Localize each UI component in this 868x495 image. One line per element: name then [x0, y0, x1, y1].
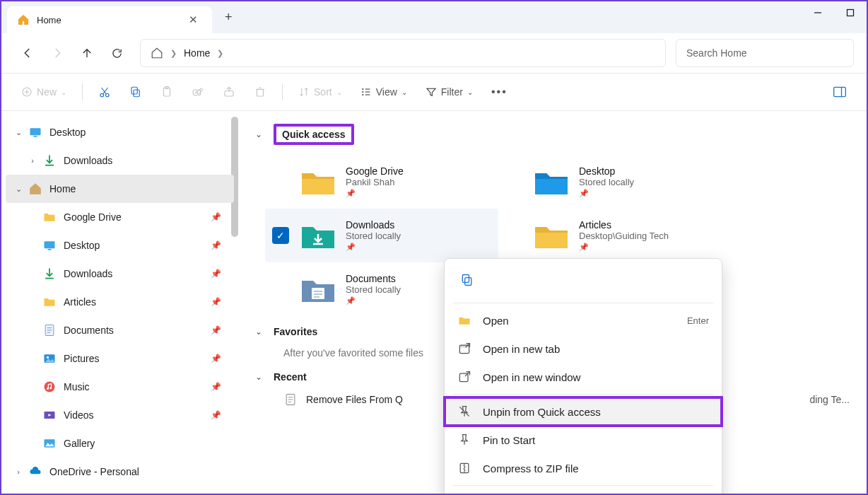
ctx-item-label: Open in new window: [483, 371, 580, 383]
context-menu: OpenEnterOpen in new tabOpen in new wind…: [444, 258, 722, 495]
sidebar-item-desktop[interactable]: Desktop📌: [1, 231, 238, 260]
sidebar-item-pictures[interactable]: Pictures📌: [1, 344, 238, 373]
pin-icon: 📌: [579, 189, 634, 198]
forward-button[interactable]: [44, 40, 71, 66]
quick-access-header[interactable]: ⌄ Quick access: [255, 124, 850, 145]
new-button[interactable]: New ⌄: [14, 79, 74, 105]
tab-close-icon[interactable]: ✕: [184, 12, 202, 28]
maximize-button[interactable]: [834, 1, 867, 24]
sidebar-item-label: Desktop: [49, 127, 86, 138]
music-icon: [42, 380, 57, 394]
separator: [82, 83, 83, 100]
separator: [453, 394, 713, 395]
folder-icon: [532, 166, 570, 197]
sidebar-item-home[interactable]: ⌄Home: [6, 175, 234, 203]
breadcrumb-segment[interactable]: Home: [184, 47, 210, 59]
svg-rect-1: [848, 10, 854, 16]
sidebar-item-label: Articles: [64, 296, 96, 308]
folder-icon: [532, 220, 570, 251]
svg-point-26: [47, 356, 49, 359]
sidebar-item-label: Google Drive: [64, 211, 122, 223]
ctx-copy-as-path[interactable]: Copy as pathCtrl+Shift+C: [445, 489, 722, 495]
sidebar-item-downloads[interactable]: ›Downloads: [1, 146, 238, 175]
view-button[interactable]: View⌄: [353, 79, 414, 105]
open-icon: [457, 313, 471, 327]
quick-access-desktop[interactable]: DesktopStored locally📌: [498, 155, 732, 209]
folder-icon: [299, 166, 337, 197]
up-button[interactable]: [74, 40, 100, 66]
quick-access-downloads[interactable]: ✓DownloadsStored locally📌: [265, 209, 498, 262]
home-breadcrumb-icon: [151, 47, 163, 59]
refresh-button[interactable]: [103, 40, 130, 66]
minimize-button[interactable]: [802, 1, 834, 24]
details-pane-button[interactable]: [826, 79, 854, 105]
sidebar-item-downloads[interactable]: Downloads📌: [1, 260, 238, 288]
sidebar-item-gallery[interactable]: Gallery: [1, 429, 238, 458]
zip-icon: [457, 461, 471, 475]
chevron-down-icon: ⌄: [255, 372, 265, 382]
ctx-compress-to-zip-file[interactable]: Compress to ZIP file: [445, 454, 722, 482]
rename-button[interactable]: A: [184, 79, 211, 105]
newwin-icon: [457, 370, 471, 384]
item-name: Google Drive: [346, 165, 404, 177]
chevron-right-icon[interactable]: ❯: [170, 49, 177, 58]
search-input[interactable]: Search Home: [676, 39, 854, 67]
item-location: Desktop\Guiding Tech: [579, 231, 669, 241]
ctx-pin-to-start[interactable]: Pin to Start: [445, 426, 722, 454]
address-bar[interactable]: ❯ Home ❯: [140, 39, 666, 67]
ctx-item-label: Unpin from Quick access: [483, 406, 601, 418]
chevron-down-icon: ⌄: [61, 88, 66, 96]
item-location: Pankil Shah: [346, 177, 404, 187]
svg-rect-21: [45, 241, 55, 248]
back-button[interactable]: [14, 40, 41, 66]
delete-button[interactable]: [247, 79, 274, 105]
sidebar-item-label: Gallery: [64, 438, 95, 449]
svg-rect-18: [30, 128, 41, 135]
checkbox-checked-icon[interactable]: ✓: [272, 227, 289, 244]
sidebar-item-desktop[interactable]: ⌄Desktop: [1, 118, 238, 146]
ctx-open-in-new-tab[interactable]: Open in new tab: [445, 334, 722, 363]
sort-button[interactable]: Sort⌄: [291, 79, 349, 105]
folder-icon: [299, 220, 337, 251]
item-location: Stored locally: [346, 231, 401, 241]
sidebar-item-music[interactable]: Music📌: [1, 373, 238, 401]
sidebar-item-documents[interactable]: Documents📌: [1, 316, 238, 344]
svg-rect-37: [465, 278, 471, 286]
onedrive-icon: [28, 465, 42, 479]
svg-rect-19: [34, 136, 37, 137]
more-button[interactable]: •••: [484, 79, 515, 105]
chevron-right-icon[interactable]: ❯: [217, 49, 223, 58]
quick-access-articles[interactable]: ArticlesDesktop\Guiding Tech📌: [498, 209, 732, 262]
sidebar-item-label: Videos: [64, 409, 94, 421]
window-controls: [802, 1, 867, 24]
filter-button[interactable]: Filter⌄: [418, 79, 480, 105]
pin-icon: 📌: [211, 212, 221, 222]
sidebar-item-articles[interactable]: Articles📌: [1, 288, 238, 316]
paste-button[interactable]: [153, 79, 180, 105]
svg-point-14: [362, 91, 363, 93]
recent-title: Recent: [274, 371, 307, 383]
sidebar-item-onedrive-personal[interactable]: ›OneDrive - Personal: [1, 458, 238, 486]
svg-rect-38: [462, 275, 469, 283]
sidebar-item-label: Downloads: [64, 268, 112, 279]
tab-home[interactable]: Home ✕: [7, 6, 212, 33]
quick-access-google-drive[interactable]: Google DrivePankil Shah📌: [265, 155, 498, 209]
separator: [453, 485, 713, 486]
desktop-icon: [28, 125, 42, 139]
chevron-down-icon: ⌄: [255, 129, 265, 139]
sidebar-item-google-drive[interactable]: Google Drive📌: [1, 203, 238, 231]
new-tab-button[interactable]: +: [219, 7, 238, 28]
share-button[interactable]: [216, 79, 242, 105]
chevron-down-icon: ⌄: [13, 185, 24, 194]
ctx-open-in-new-window[interactable]: Open in new window: [445, 363, 722, 391]
item-name: Documents: [346, 273, 401, 284]
navbar: ❯ Home ❯ Search Home: [1, 33, 867, 73]
copy-button[interactable]: [122, 79, 149, 105]
cut-button[interactable]: [91, 79, 118, 105]
copy-icon[interactable]: [454, 267, 480, 293]
ctx-unpin-from-quick-access[interactable]: Unpin from Quick access: [445, 397, 722, 426]
sidebar-item-videos[interactable]: Videos📌: [1, 401, 238, 429]
ctx-open[interactable]: OpenEnter: [445, 306, 722, 334]
unpin-icon: [457, 404, 471, 419]
separator: [453, 303, 713, 303]
